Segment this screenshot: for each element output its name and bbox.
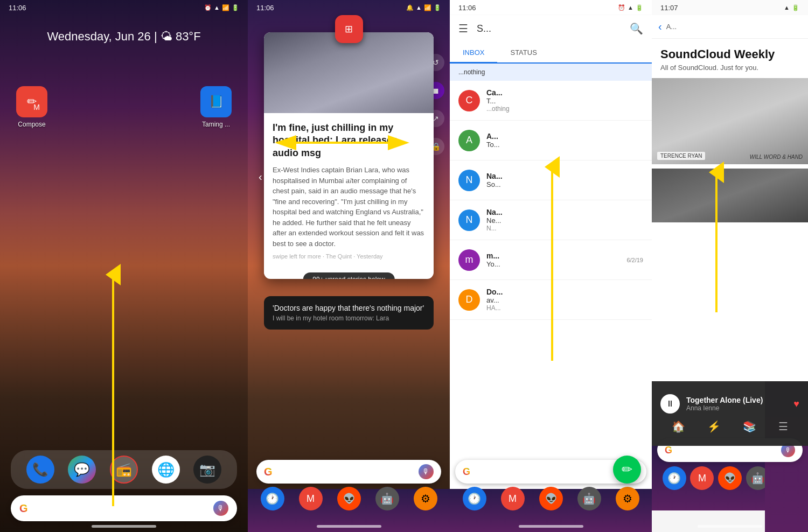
- google-assistant-panel2[interactable]: 🎙: [419, 464, 434, 479]
- mic-icon-panel2: 🎙: [422, 467, 430, 476]
- gmail-subject-0: T...: [486, 97, 643, 105]
- play-pause-button[interactable]: ⏸: [660, 394, 680, 414]
- lightning-nav-icon[interactable]: ⚡: [707, 420, 721, 433]
- nav-chevron-panel3[interactable]: ∧: [547, 171, 554, 183]
- library-nav-icon[interactable]: 📚: [743, 420, 756, 433]
- gmail-sender-5: Do...: [486, 288, 643, 296]
- news-card-image-inner: [264, 32, 434, 113]
- gmail-menu-icon[interactable]: ☰: [458, 22, 468, 35]
- back-arrow-icon[interactable]: ‹: [658, 20, 662, 33]
- gmail-item-1[interactable]: A A... To...: [450, 121, 652, 160]
- notif-icon: 🔔: [406, 4, 414, 11]
- clock-icon-p3[interactable]: 🕐: [463, 487, 486, 510]
- gmail-preview-5: HA...: [486, 304, 643, 312]
- weather-date: Wednesday, Jun 26 | 🌤 83°F: [0, 30, 248, 44]
- gmail-item-4[interactable]: m m... Yo... 6/2/19: [450, 240, 652, 280]
- album-art-image-2: [652, 169, 808, 222]
- news-card-image: [264, 32, 434, 113]
- android-icon-p3[interactable]: 🤖: [577, 487, 601, 510]
- clock-icon-p2[interactable]: 🕐: [261, 487, 284, 510]
- wifi-icon2: ▲: [416, 4, 422, 11]
- album-art-image-1: [652, 78, 808, 164]
- menu-nav-icon[interactable]: ☰: [778, 420, 788, 433]
- status-time-panel3: 11:06: [458, 4, 476, 12]
- gmail-compose-icon: ✏ M: [16, 86, 47, 117]
- news-card[interactable]: I'm fine, just chilling in my hospital b…: [264, 32, 434, 279]
- reddit-icon-p4[interactable]: 👽: [718, 466, 742, 490]
- nav-back-panel2[interactable]: ‹: [259, 171, 262, 183]
- gmail-subject-2: So...: [486, 180, 643, 188]
- android-icon-p2[interactable]: 🤖: [375, 487, 399, 510]
- gmail-email-list: C Ca... T... ...othing A A... To... N Na…: [450, 81, 652, 489]
- gmail-header: ☰ S... 🔍: [450, 15, 652, 42]
- second-news-card[interactable]: 'Doctors are happy that there's nothing …: [264, 296, 434, 330]
- home-indicator-panel2[interactable]: [317, 525, 381, 528]
- floating-app-icon[interactable]: ⊞: [335, 15, 363, 43]
- soundcloud-content: SoundCloud Weekly All of SoundCloud. Jus…: [652, 39, 808, 381]
- home-indicator-panel3[interactable]: [519, 525, 583, 528]
- taming-icon-widget[interactable]: 📘 Taming ...: [200, 86, 232, 128]
- status-bar-panel3: 11:06 ⏰ ▲ 🔋: [450, 0, 652, 15]
- gmail-tab-inbox[interactable]: INBOX: [450, 43, 497, 63]
- gmail-item-content-0: Ca... T... ...othing: [486, 88, 643, 113]
- gmail-status-notification: ...nothing: [450, 64, 652, 81]
- wifi-icon-p4: ▲: [784, 4, 790, 11]
- soundcloud-album-art-2[interactable]: [652, 169, 808, 222]
- reddit-icon-p3[interactable]: 👽: [539, 487, 563, 510]
- chrome-dock-icon[interactable]: 🌐: [152, 456, 180, 484]
- sc-player-nav: 🏠 ⚡ 📚 ☰: [652, 418, 808, 437]
- settings-icon-p3[interactable]: ⚙: [616, 487, 639, 510]
- status-bar-panel2: 11:06 🔔 ▲ 📶 🔋: [248, 0, 450, 15]
- settings-icon-p2[interactable]: ⚙: [414, 487, 437, 510]
- status-icons-panel4: ▲ 🔋: [784, 4, 799, 11]
- home-nav-icon[interactable]: 🏠: [672, 420, 685, 433]
- panel2-dock: 🕐 M 👽 🤖 ⚙: [248, 487, 450, 510]
- gmail-item-5[interactable]: D Do... av... HA...: [450, 280, 652, 320]
- track-artist: Anna Ienne: [686, 404, 787, 412]
- heart-icon[interactable]: ♥: [793, 398, 799, 410]
- messages-dock-icon[interactable]: 💬: [68, 456, 96, 484]
- wifi-icon-p3: ▲: [628, 4, 633, 11]
- gmail-subject-1: To...: [486, 141, 643, 149]
- gmail-item-0[interactable]: C Ca... T... ...othing: [450, 81, 652, 121]
- google-search-bar[interactable]: G 🎙: [11, 495, 237, 521]
- taming-icon: 📘: [200, 86, 232, 117]
- clock-icon-p4[interactable]: 🕐: [663, 466, 686, 490]
- gmail-icon-p2[interactable]: M: [299, 487, 323, 510]
- camera-dock-icon[interactable]: 📷: [193, 456, 221, 484]
- gmail-item-content-1: A... To...: [486, 132, 643, 149]
- gmail-sender-1: A...: [486, 132, 643, 141]
- panel-homescreen: 11:06 ⏰ ▲ 📶 🔋 Wednesday, Jun 26 | 🌤 83°F…: [0, 0, 248, 532]
- compose-icon-widget[interactable]: ✏ M Compose: [16, 86, 47, 128]
- home-indicator-panel4[interactable]: [698, 525, 762, 528]
- unread-stories-pill[interactable]: 99+ unread stories below: [303, 272, 394, 279]
- signal-icon2: 📶: [424, 4, 431, 11]
- gmail-item-content-5: Do... av... HA...: [486, 288, 643, 312]
- gmail-avatar-2: N: [458, 170, 480, 191]
- soundcloud-album-art-1[interactable]: TERENCE RYAN WILL WORD & HAND: [652, 78, 808, 164]
- desktop-icons: ✏ M Compose 📘 Taming ...: [0, 86, 248, 128]
- google-search-bar-panel2[interactable]: G 🎙: [256, 460, 441, 484]
- gmail-item-3[interactable]: N Na... Ne... N...: [450, 200, 652, 240]
- gmail-icon-p3[interactable]: M: [501, 487, 525, 510]
- gmail-tab-status[interactable]: STATUS: [497, 42, 549, 62]
- gmail-item-content-2: Na... So...: [486, 172, 643, 188]
- gmail-search-icon[interactable]: 🔍: [630, 22, 643, 35]
- radio-dock-icon[interactable]: 📻: [110, 456, 138, 484]
- wifi-icon: ▲: [214, 4, 220, 11]
- home-indicator-panel1[interactable]: [92, 525, 156, 528]
- google-assistant-mic[interactable]: 🎙: [213, 501, 228, 516]
- app-dock: 📞 💬 📻 🌐 📷: [11, 450, 237, 489]
- news-card-title: I'm fine, just chilling in my hospital b…: [273, 122, 425, 159]
- gmail-icon-p4[interactable]: M: [690, 466, 714, 490]
- soundcloud-subtitle: All of SoundCloud. Just for you.: [652, 64, 808, 78]
- battery-icon: 🔋: [232, 4, 239, 11]
- phone-dock-icon[interactable]: 📞: [26, 456, 54, 484]
- reddit-icon-p2[interactable]: 👽: [337, 487, 361, 510]
- gmail-compose-fab[interactable]: ✏: [613, 456, 641, 484]
- gmail-preview-0: ...othing: [486, 105, 643, 113]
- gmail-sender-0: Ca...: [486, 88, 643, 97]
- soundcloud-player: ⏸ Together Alone (Live) Anna Ienne ♥ 🏠 ⚡…: [652, 381, 808, 446]
- nav-chevron-panel2[interactable]: ∧: [345, 171, 352, 183]
- google-logo-panel2: G: [264, 466, 273, 478]
